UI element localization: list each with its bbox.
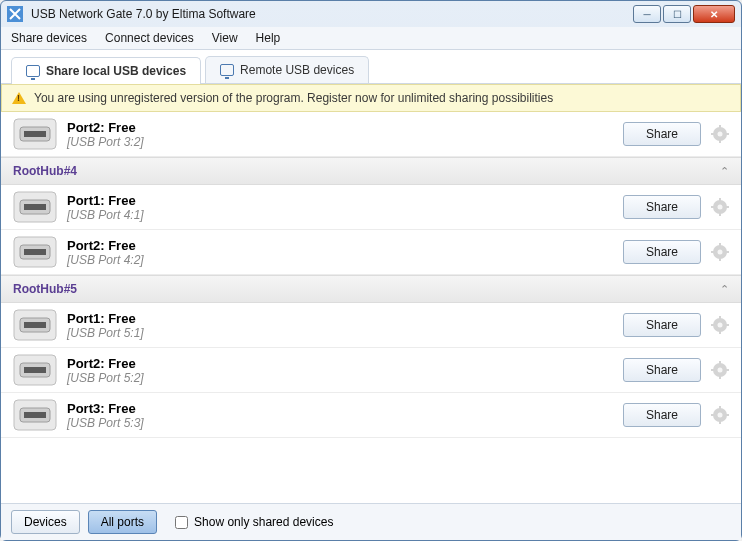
port-info: Port3: Free [USB Port 5:3]	[67, 401, 623, 430]
app-window: USB Network Gate 7.0 by Eltima Software …	[0, 0, 742, 541]
chevron-up-icon[interactable]: ⌃	[720, 165, 729, 178]
port-subtitle: [USB Port 5:3]	[67, 416, 623, 430]
maximize-button[interactable]: ☐	[663, 5, 691, 23]
gear-icon[interactable]	[711, 198, 729, 216]
gear-icon[interactable]	[711, 125, 729, 143]
share-button[interactable]: Share	[623, 358, 701, 382]
footer-bar: Devices All ports Show only shared devic…	[1, 503, 741, 540]
port-subtitle: [USB Port 5:1]	[67, 326, 623, 340]
tab-label: Remote USB devices	[240, 63, 354, 77]
port-title: Port2: Free	[67, 356, 623, 371]
usb-port-icon	[13, 236, 57, 268]
monitor-icon	[26, 65, 40, 77]
port-subtitle: [USB Port 4:1]	[67, 208, 623, 222]
port-subtitle: [USB Port 5:2]	[67, 371, 623, 385]
app-icon	[7, 6, 23, 22]
port-info: Port2: Free [USB Port 3:2]	[67, 120, 623, 149]
menubar: Share devices Connect devices View Help	[1, 27, 741, 50]
show-only-shared-input[interactable]	[175, 516, 188, 529]
tab-remote[interactable]: Remote USB devices	[205, 56, 369, 83]
window-controls: ─ ☐ ✕	[633, 5, 735, 23]
port-info: Port2: Free [USB Port 5:2]	[67, 356, 623, 385]
port-row: Port1: Free [USB Port 4:1] Share	[1, 185, 741, 230]
devices-toggle[interactable]: Devices	[11, 510, 80, 534]
port-row: Port2: Free [USB Port 3:2] Share	[1, 112, 741, 157]
menu-view[interactable]: View	[212, 31, 238, 45]
minimize-button[interactable]: ─	[633, 5, 661, 23]
hub-title: RootHub#5	[13, 282, 77, 296]
checkbox-label: Show only shared devices	[194, 515, 333, 529]
tab-label: Share local USB devices	[46, 64, 186, 78]
menu-connect-devices[interactable]: Connect devices	[105, 31, 194, 45]
usb-port-icon	[13, 309, 57, 341]
gear-icon[interactable]	[711, 316, 729, 334]
usb-port-icon	[13, 354, 57, 386]
port-title: Port1: Free	[67, 193, 623, 208]
port-row: Port3: Free [USB Port 5:3] Share	[1, 393, 741, 438]
port-info: Port1: Free [USB Port 4:1]	[67, 193, 623, 222]
port-title: Port1: Free	[67, 311, 623, 326]
usb-port-icon	[13, 118, 57, 150]
gear-icon[interactable]	[711, 243, 729, 261]
menu-share-devices[interactable]: Share devices	[11, 31, 87, 45]
port-title: Port3: Free	[67, 401, 623, 416]
share-button[interactable]: Share	[623, 240, 701, 264]
hub-header[interactable]: RootHub#5 ⌃	[1, 275, 741, 303]
gear-icon[interactable]	[711, 406, 729, 424]
usb-port-icon	[13, 191, 57, 223]
port-row: Port2: Free [USB Port 5:2] Share	[1, 348, 741, 393]
port-title: Port2: Free	[67, 120, 623, 135]
share-button[interactable]: Share	[623, 403, 701, 427]
share-button[interactable]: Share	[623, 122, 701, 146]
usb-port-icon	[13, 399, 57, 431]
port-subtitle: [USB Port 4:2]	[67, 253, 623, 267]
notification-text: You are using unregistered version of th…	[34, 91, 553, 105]
share-button[interactable]: Share	[623, 313, 701, 337]
port-info: Port1: Free [USB Port 5:1]	[67, 311, 623, 340]
port-list[interactable]: Port2: Free [USB Port 3:2] Share RootHub…	[1, 112, 741, 503]
tabbar: Share local USB devices Remote USB devic…	[1, 50, 741, 84]
port-title: Port2: Free	[67, 238, 623, 253]
share-button[interactable]: Share	[623, 195, 701, 219]
port-row: Port1: Free [USB Port 5:1] Share	[1, 303, 741, 348]
hub-title: RootHub#4	[13, 164, 77, 178]
hub-header[interactable]: RootHub#4 ⌃	[1, 157, 741, 185]
warning-icon	[12, 92, 26, 104]
close-button[interactable]: ✕	[693, 5, 735, 23]
notification-bar: You are using unregistered version of th…	[1, 84, 741, 112]
chevron-up-icon[interactable]: ⌃	[720, 283, 729, 296]
all-ports-toggle[interactable]: All ports	[88, 510, 157, 534]
port-row: Port2: Free [USB Port 4:2] Share	[1, 230, 741, 275]
menu-help[interactable]: Help	[256, 31, 281, 45]
titlebar: USB Network Gate 7.0 by Eltima Software …	[1, 1, 741, 27]
tab-share-local[interactable]: Share local USB devices	[11, 57, 201, 84]
port-info: Port2: Free [USB Port 4:2]	[67, 238, 623, 267]
window-title: USB Network Gate 7.0 by Eltima Software	[31, 7, 633, 21]
gear-icon[interactable]	[711, 361, 729, 379]
show-only-shared-checkbox[interactable]: Show only shared devices	[175, 515, 333, 529]
port-subtitle: [USB Port 3:2]	[67, 135, 623, 149]
monitor-icon	[220, 64, 234, 76]
